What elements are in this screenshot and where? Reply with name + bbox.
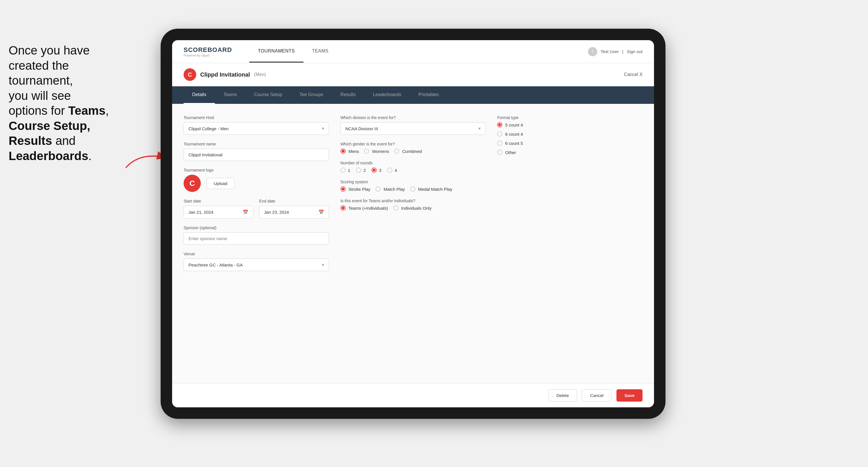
middle-column: Which division is the event for? NCAA Di… — [340, 115, 486, 271]
rounds-label: Number of rounds — [340, 161, 486, 165]
instruction-line1: Once you have — [9, 43, 90, 57]
format-field: Format type 5 count 4 6 count 4 — [497, 115, 643, 155]
bold-teams: Teams — [68, 104, 105, 117]
tournament-name-field: Tournament name — [184, 142, 329, 161]
logo-subtitle: Powered by clippd — [184, 54, 232, 57]
save-button[interactable]: Save — [616, 389, 643, 402]
radio-medal-match[interactable] — [410, 186, 415, 192]
teams-plus-individuals[interactable]: Teams (+Individuals) — [340, 206, 388, 211]
left-column: Tournament Host Clippd College - Men Tou… — [184, 115, 329, 271]
scoring-match[interactable]: Match Play — [375, 186, 405, 192]
radio-other[interactable] — [497, 150, 502, 155]
tab-course-setup[interactable]: Course Setup — [246, 86, 291, 104]
instruction-options: options for Teams, — [9, 104, 109, 117]
radio-individuals[interactable] — [393, 206, 398, 211]
format-other[interactable]: Other — [497, 150, 643, 155]
teams-label: Is this event for Teams and/or Individua… — [340, 198, 486, 203]
round-4[interactable]: 4 — [387, 167, 397, 173]
radio-teams-plus[interactable] — [340, 206, 346, 211]
individuals-only[interactable]: Individuals Only — [393, 206, 432, 211]
radio-round-3[interactable] — [371, 167, 377, 173]
sponsor-label: Sponsor (optional) — [184, 225, 329, 230]
venue-select[interactable]: Peachtree GC - Atlanta - GA — [184, 258, 329, 271]
division-label: Which division is the event for? — [340, 115, 486, 120]
tournament-host-label: Tournament Host — [184, 115, 329, 120]
format-label: Format type — [497, 115, 643, 120]
sign-out-link[interactable]: Sign out — [627, 49, 643, 54]
radio-6count4[interactable] — [497, 131, 502, 136]
start-date-label: Start date — [184, 199, 253, 204]
radio-stroke[interactable] — [340, 186, 346, 192]
sponsor-input[interactable] — [184, 232, 329, 245]
tournament-name-input[interactable] — [184, 149, 329, 161]
upload-button[interactable]: Upload — [207, 178, 235, 189]
radio-round-2[interactable] — [356, 167, 361, 173]
nav-tournaments[interactable]: TOURNAMENTS — [249, 40, 304, 63]
gender-womens[interactable]: Womens — [364, 149, 389, 154]
teams-options: Teams (+Individuals) Individuals Only — [340, 206, 486, 211]
format-options: 5 count 4 6 count 4 6 count 5 — [497, 122, 643, 155]
end-date-input[interactable]: Jan 23, 2024 📅 — [259, 206, 329, 219]
tab-printables[interactable]: Printables — [410, 86, 447, 104]
bold-course-setup: Course Setup, — [9, 119, 90, 132]
tab-details[interactable]: Details — [184, 86, 215, 104]
tournament-logo-field: Tournament logo C Upload — [184, 168, 329, 192]
delete-button[interactable]: Delete — [548, 389, 577, 402]
round-3[interactable]: 3 — [371, 167, 381, 173]
format-5count4[interactable]: 5 count 4 — [497, 122, 643, 127]
start-date-field: Start date Jan 21, 2024 📅 — [184, 199, 253, 219]
rounds-options: 1 2 3 4 — [340, 167, 486, 173]
round-1[interactable]: 1 — [340, 167, 350, 173]
tab-results[interactable]: Results — [332, 86, 364, 104]
avatar: T — [588, 47, 597, 56]
instruction-line3: tournament, — [9, 74, 73, 87]
format-6count5[interactable]: 6 count 5 — [497, 141, 643, 146]
cancel-top-button[interactable]: Cancel X — [624, 72, 643, 77]
radio-5count4[interactable] — [497, 122, 502, 127]
radio-round-4[interactable] — [387, 167, 393, 173]
cancel-button[interactable]: Cancel — [582, 389, 612, 402]
tournament-tag: (Men) — [254, 72, 266, 77]
gender-combined[interactable]: Combined — [394, 149, 422, 154]
start-date-input[interactable]: Jan 21, 2024 📅 — [184, 206, 253, 219]
tab-leaderboards[interactable]: Leaderboards — [364, 86, 410, 104]
radio-round-1[interactable] — [340, 167, 346, 173]
tablet-frame: SCOREBOARD Powered by clippd TOURNAMENTS… — [161, 29, 665, 419]
radio-match[interactable] — [375, 186, 381, 192]
radio-6count5[interactable] — [497, 141, 502, 146]
tournament-name: Clippd Invitational — [200, 71, 250, 78]
nav-links: TOURNAMENTS TEAMS — [249, 40, 588, 63]
venue-label: Venue — [184, 252, 329, 256]
tournament-logo: C — [184, 68, 196, 81]
tournament-name-label: Tournament name — [184, 142, 329, 146]
instruction-text: Once you have created the tournament, yo… — [0, 37, 138, 169]
logo-upload-row: C Upload — [184, 175, 329, 192]
scoring-medal-match[interactable]: Medal Match Play — [410, 186, 452, 192]
division-select[interactable]: NCAA Division III — [340, 122, 486, 135]
action-bar: Delete Cancel Save — [172, 383, 654, 407]
radio-womens[interactable] — [364, 149, 369, 154]
tournament-host-select[interactable]: Clippd College - Men — [184, 122, 329, 135]
nav-teams[interactable]: TEAMS — [304, 40, 337, 63]
sponsor-field: Sponsor (optional) — [184, 225, 329, 245]
gender-mens[interactable]: Mens — [340, 149, 359, 154]
scoring-label: Scoring system — [340, 180, 486, 184]
scoring-stroke[interactable]: Stroke Play — [340, 186, 371, 192]
radio-mens[interactable] — [340, 149, 346, 154]
instruction-line2: created the — [9, 59, 69, 72]
dates-field: Start date Jan 21, 2024 📅 End date Jan 2… — [184, 199, 329, 219]
end-date-label: End date — [259, 199, 329, 204]
bold-leaderboards: Leaderboards — [9, 149, 88, 163]
round-2[interactable]: 2 — [356, 167, 366, 173]
gender-options: Mens Womens Combined — [340, 149, 486, 154]
format-6count4[interactable]: 6 count 4 — [497, 131, 643, 136]
gender-field: Which gender is the event for? Mens Wome… — [340, 142, 486, 154]
logo-title: SCOREBOARD — [184, 46, 232, 54]
tablet-screen: SCOREBOARD Powered by clippd TOURNAMENTS… — [172, 40, 654, 407]
venue-field: Venue Peachtree GC - Atlanta - GA — [184, 252, 329, 271]
tab-tee-groups[interactable]: Tee Groups — [291, 86, 332, 104]
divider: | — [622, 49, 623, 54]
radio-combined[interactable] — [394, 149, 399, 154]
tab-teams[interactable]: Teams — [215, 86, 246, 104]
date-row: Start date Jan 21, 2024 📅 End date Jan 2… — [184, 199, 329, 219]
